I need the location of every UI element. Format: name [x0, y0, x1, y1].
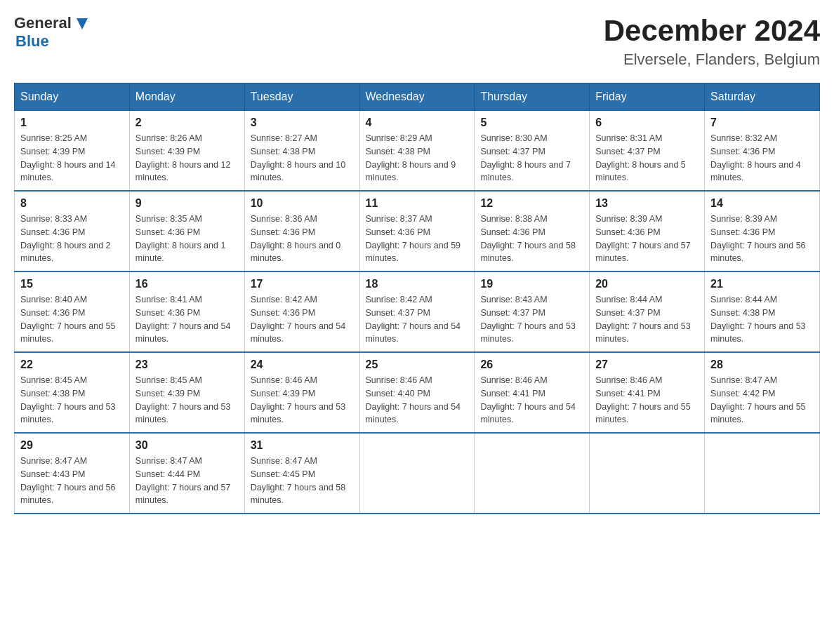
- calendar-day-25: 25Sunrise: 8:46 AMSunset: 4:40 PMDayligh…: [359, 352, 475, 433]
- week-row-5: 29Sunrise: 8:47 AMSunset: 4:43 PMDayligh…: [15, 433, 820, 514]
- calendar-day-23: 23Sunrise: 8:45 AMSunset: 4:39 PMDayligh…: [129, 352, 244, 433]
- day-info: Sunrise: 8:37 AMSunset: 4:36 PMDaylight:…: [366, 213, 469, 265]
- logo-triangle-icon: [74, 15, 90, 31]
- day-info: Sunrise: 8:47 AMSunset: 4:43 PMDaylight:…: [20, 455, 124, 507]
- day-info: Sunrise: 8:32 AMSunset: 4:36 PMDaylight:…: [710, 132, 814, 185]
- day-info: Sunrise: 8:42 AMSunset: 4:37 PMDaylight:…: [366, 293, 469, 346]
- weekday-header-thursday: Thursday: [475, 83, 590, 111]
- day-number: 5: [480, 116, 583, 129]
- logo-blue-text: Blue: [14, 32, 49, 50]
- day-info: Sunrise: 8:45 AMSunset: 4:38 PMDaylight:…: [20, 374, 124, 427]
- day-info: Sunrise: 8:30 AMSunset: 4:37 PMDaylight:…: [480, 132, 583, 185]
- day-number: 30: [135, 439, 239, 452]
- day-number: 20: [595, 278, 699, 290]
- day-number: 16: [135, 278, 239, 290]
- weekday-header-saturday: Saturday: [705, 83, 820, 111]
- day-number: 12: [480, 197, 583, 210]
- day-info: Sunrise: 8:47 AMSunset: 4:45 PMDaylight:…: [251, 455, 354, 507]
- day-number: 21: [710, 278, 814, 290]
- empty-cell: [475, 433, 590, 514]
- calendar-day-19: 19Sunrise: 8:43 AMSunset: 4:37 PMDayligh…: [475, 271, 590, 352]
- logo: General Blue: [14, 14, 90, 51]
- calendar-day-22: 22Sunrise: 8:45 AMSunset: 4:38 PMDayligh…: [15, 352, 130, 433]
- day-number: 14: [710, 197, 814, 210]
- calendar-day-13: 13Sunrise: 8:39 AMSunset: 4:36 PMDayligh…: [590, 191, 705, 271]
- day-number: 6: [595, 116, 699, 129]
- day-number: 24: [251, 358, 354, 371]
- day-info: Sunrise: 8:46 AMSunset: 4:41 PMDaylight:…: [595, 374, 699, 427]
- weekday-header-row: SundayMondayTuesdayWednesdayThursdayFrid…: [15, 83, 820, 111]
- day-info: Sunrise: 8:29 AMSunset: 4:38 PMDaylight:…: [366, 132, 469, 185]
- calendar-day-16: 16Sunrise: 8:41 AMSunset: 4:36 PMDayligh…: [129, 271, 244, 352]
- day-number: 9: [135, 197, 239, 210]
- calendar-day-28: 28Sunrise: 8:47 AMSunset: 4:42 PMDayligh…: [705, 352, 820, 433]
- weekday-header-sunday: Sunday: [15, 83, 130, 111]
- calendar-day-31: 31Sunrise: 8:47 AMSunset: 4:45 PMDayligh…: [244, 433, 359, 514]
- empty-cell: [590, 433, 705, 514]
- day-info: Sunrise: 8:46 AMSunset: 4:41 PMDaylight:…: [480, 374, 583, 427]
- day-info: Sunrise: 8:41 AMSunset: 4:36 PMDaylight:…: [135, 293, 239, 346]
- day-number: 2: [135, 116, 239, 129]
- day-number: 3: [251, 116, 354, 129]
- day-info: Sunrise: 8:47 AMSunset: 4:44 PMDaylight:…: [135, 455, 239, 507]
- calendar-day-12: 12Sunrise: 8:38 AMSunset: 4:36 PMDayligh…: [475, 191, 590, 271]
- calendar-day-15: 15Sunrise: 8:40 AMSunset: 4:36 PMDayligh…: [15, 271, 130, 352]
- week-row-4: 22Sunrise: 8:45 AMSunset: 4:38 PMDayligh…: [15, 352, 820, 433]
- calendar-day-5: 5Sunrise: 8:30 AMSunset: 4:37 PMDaylight…: [475, 111, 590, 192]
- calendar-day-21: 21Sunrise: 8:44 AMSunset: 4:38 PMDayligh…: [705, 271, 820, 352]
- subtitle: Elversele, Flanders, Belgium: [604, 51, 820, 69]
- day-info: Sunrise: 8:27 AMSunset: 4:38 PMDaylight:…: [251, 132, 354, 185]
- weekday-header-wednesday: Wednesday: [359, 83, 475, 111]
- calendar-day-30: 30Sunrise: 8:47 AMSunset: 4:44 PMDayligh…: [129, 433, 244, 514]
- day-number: 17: [251, 278, 354, 290]
- calendar-day-17: 17Sunrise: 8:42 AMSunset: 4:36 PMDayligh…: [244, 271, 359, 352]
- week-row-2: 8Sunrise: 8:33 AMSunset: 4:36 PMDaylight…: [15, 191, 820, 271]
- day-number: 4: [366, 116, 469, 129]
- empty-cell: [705, 433, 820, 514]
- day-number: 15: [20, 278, 124, 290]
- day-info: Sunrise: 8:26 AMSunset: 4:39 PMDaylight:…: [135, 132, 239, 185]
- day-number: 7: [710, 116, 814, 129]
- day-number: 31: [251, 439, 354, 452]
- day-info: Sunrise: 8:36 AMSunset: 4:36 PMDaylight:…: [251, 213, 354, 265]
- day-number: 23: [135, 358, 239, 371]
- calendar-table: SundayMondayTuesdayWednesdayThursdayFrid…: [14, 83, 820, 514]
- weekday-header-monday: Monday: [129, 83, 244, 111]
- day-number: 26: [480, 358, 583, 371]
- day-info: Sunrise: 8:35 AMSunset: 4:36 PMDaylight:…: [135, 213, 239, 265]
- weekday-header-tuesday: Tuesday: [244, 83, 359, 111]
- day-info: Sunrise: 8:39 AMSunset: 4:36 PMDaylight:…: [595, 213, 699, 265]
- day-number: 8: [20, 197, 124, 210]
- week-row-1: 1Sunrise: 8:25 AMSunset: 4:39 PMDaylight…: [15, 111, 820, 192]
- day-info: Sunrise: 8:25 AMSunset: 4:39 PMDaylight:…: [20, 132, 124, 185]
- calendar-day-27: 27Sunrise: 8:46 AMSunset: 4:41 PMDayligh…: [590, 352, 705, 433]
- day-number: 18: [366, 278, 469, 290]
- day-info: Sunrise: 8:44 AMSunset: 4:37 PMDaylight:…: [595, 293, 699, 346]
- empty-cell: [359, 433, 475, 514]
- calendar-day-2: 2Sunrise: 8:26 AMSunset: 4:39 PMDaylight…: [129, 111, 244, 192]
- day-info: Sunrise: 8:43 AMSunset: 4:37 PMDaylight:…: [480, 293, 583, 346]
- calendar-day-11: 11Sunrise: 8:37 AMSunset: 4:36 PMDayligh…: [359, 191, 475, 271]
- day-info: Sunrise: 8:31 AMSunset: 4:37 PMDaylight:…: [595, 132, 699, 185]
- weekday-header-friday: Friday: [590, 83, 705, 111]
- day-info: Sunrise: 8:46 AMSunset: 4:40 PMDaylight:…: [366, 374, 469, 427]
- logo-general-text: General: [14, 14, 72, 32]
- main-title: December 2024: [604, 14, 820, 48]
- day-info: Sunrise: 8:44 AMSunset: 4:38 PMDaylight:…: [710, 293, 814, 346]
- day-number: 1: [20, 116, 124, 129]
- calendar-day-4: 4Sunrise: 8:29 AMSunset: 4:38 PMDaylight…: [359, 111, 475, 192]
- calendar-day-20: 20Sunrise: 8:44 AMSunset: 4:37 PMDayligh…: [590, 271, 705, 352]
- day-info: Sunrise: 8:47 AMSunset: 4:42 PMDaylight:…: [710, 374, 814, 427]
- day-number: 22: [20, 358, 124, 371]
- calendar-day-9: 9Sunrise: 8:35 AMSunset: 4:36 PMDaylight…: [129, 191, 244, 271]
- week-row-3: 15Sunrise: 8:40 AMSunset: 4:36 PMDayligh…: [15, 271, 820, 352]
- calendar-day-18: 18Sunrise: 8:42 AMSunset: 4:37 PMDayligh…: [359, 271, 475, 352]
- calendar-day-24: 24Sunrise: 8:46 AMSunset: 4:39 PMDayligh…: [244, 352, 359, 433]
- day-number: 29: [20, 439, 124, 452]
- calendar-day-8: 8Sunrise: 8:33 AMSunset: 4:36 PMDaylight…: [15, 191, 130, 271]
- day-number: 19: [480, 278, 583, 290]
- day-number: 11: [366, 197, 469, 210]
- calendar-day-14: 14Sunrise: 8:39 AMSunset: 4:36 PMDayligh…: [705, 191, 820, 271]
- day-number: 25: [366, 358, 469, 371]
- calendar-day-10: 10Sunrise: 8:36 AMSunset: 4:36 PMDayligh…: [244, 191, 359, 271]
